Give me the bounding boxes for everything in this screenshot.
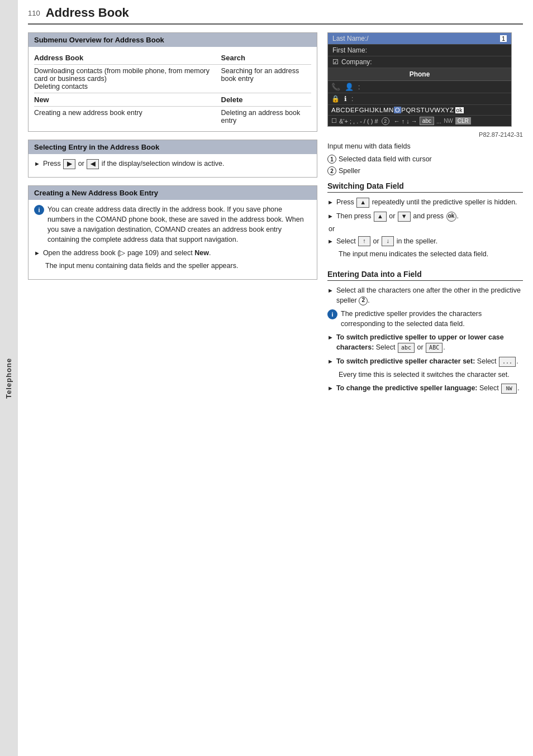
cell-searching: Searching for an address book entry <box>221 65 312 93</box>
legend: Input menu with data fields 1 Selected d… <box>327 141 523 176</box>
page-header: 110 Address Book <box>28 6 523 25</box>
arrow-symbols: ← ↑ ↓ → <box>394 118 417 125</box>
two-column-layout: Submenu Overview for Address Book Addres… <box>28 32 523 404</box>
last-name-label: Last Name:/ <box>332 35 498 42</box>
en-arrow-2: ► <box>327 333 334 342</box>
or-label: or <box>329 225 523 233</box>
en-text-4: To change the predictive speller languag… <box>336 383 523 394</box>
right-column: Last Name:/ 1 First Name: ☑ Company: Pho… <box>327 32 523 404</box>
forward-key[interactable]: ▶ <box>63 159 75 169</box>
ok-button-1[interactable]: ok <box>446 212 456 222</box>
dots-btn[interactable]: ... <box>436 118 441 125</box>
en-arrow-1: ► <box>327 286 334 295</box>
colon-sep: : <box>358 83 360 91</box>
creating-info1: i You can create address data directly i… <box>34 204 311 245</box>
en-arrow-4: ► <box>327 384 334 393</box>
submenu-table: Address Book Search Downloading contacts… <box>34 51 311 127</box>
selecting-entry-box: Selecting Entry in the Address Book ► Pr… <box>28 140 317 178</box>
contact-icon: 👤 <box>345 83 354 91</box>
en-arrow-3: ► <box>327 357 334 366</box>
col-new: New <box>34 93 221 107</box>
submenu-overview-box: Submenu Overview for Address Book Addres… <box>28 32 317 132</box>
entering-section: Entering Data into a Field ► Select all … <box>327 270 523 394</box>
main-content: 110 Address Book Submenu Overview for Ad… <box>18 0 533 420</box>
down-speller-key[interactable]: ↓ <box>382 236 394 246</box>
clr-btn[interactable]: CLR <box>455 117 471 125</box>
right-sections: Switching Data Field ► Press ▲ repeatedl… <box>327 181 523 394</box>
image-caption: P82.87-2142-31 <box>327 131 523 138</box>
en-text-2: To switch predictive speller to upper or… <box>336 332 523 353</box>
abc-bracket[interactable]: abc <box>398 343 415 353</box>
dots-bracket[interactable]: ... <box>499 357 516 367</box>
bottom-row: ☐ &'+ ; , . - / ( ) # 2 ← ↑ ↓ → abc ... … <box>328 116 511 126</box>
creating-indent1: The input menu containing data fields an… <box>45 261 311 271</box>
entering-bullet2: ► To switch predictive speller to upper … <box>327 332 523 353</box>
cell-creating: Creating a new address book entry <box>34 107 221 127</box>
legend-text-1: Selected data field with cursor <box>339 154 432 165</box>
sw-text-1: Press ▲ repeatedly until the predictive … <box>336 197 523 208</box>
creating-text1: Open the address book (▷ page 109) and s… <box>43 248 311 258</box>
creating-entry-body: i You can create address data directly i… <box>28 200 317 279</box>
sw-text-2: Then press ▲ or ▼ and press ok. <box>336 211 523 222</box>
legend-item-1: 1 Selected data field with cursor <box>327 154 523 165</box>
en-text-1: Select all the characters one after the … <box>336 285 523 305</box>
page-number: 110 <box>28 9 40 17</box>
up-speller-key[interactable]: ↑ <box>358 236 370 246</box>
checkbox-small: ☐ <box>331 117 337 125</box>
entering-info1: i The predictive speller provides the ch… <box>327 309 523 329</box>
lang-bracket[interactable]: NW <box>501 384 517 394</box>
entering-info-text: The predictive speller provides the char… <box>341 309 523 329</box>
legend-item-2: 2 Speller <box>327 166 523 176</box>
left-column: Submenu Overview for Address Book Addres… <box>28 32 317 404</box>
info-icon-2: i <box>327 309 337 319</box>
down-key-1[interactable]: ▼ <box>398 212 411 222</box>
sw-arrow-3: ► <box>327 237 334 246</box>
input-menu-image: Last Name:/ 1 First Name: ☑ Company: Pho… <box>327 32 512 127</box>
sw-arrow-2: ► <box>327 212 334 221</box>
switching-section: Switching Data Field ► Press ▲ repeatedl… <box>327 181 523 260</box>
sw-text-3: Select ↑ or ↓ in the speller. <box>336 236 523 247</box>
icon-row-1: 📞 👤 : <box>328 81 511 93</box>
col-address-book: Address Book <box>34 51 221 65</box>
en-text-3: To switch predictive speller character s… <box>336 356 523 367</box>
speller-row: ABCDEFGHIJKLMNOPQRSTUVWXYZok <box>328 105 511 116</box>
legend-text-2: Speller <box>339 166 360 176</box>
up-key-1[interactable]: ▲ <box>356 198 369 208</box>
icon-row-2: 🔒 ℹ : <box>328 93 511 105</box>
ok-btn-speller[interactable]: ok <box>455 107 464 113</box>
selecting-text1: Press ▶ or ◀ if the display/selection wi… <box>43 159 311 169</box>
cell-downloading: Downloading contacts (from mobile phone,… <box>34 65 221 93</box>
circled-2-a: 2 <box>359 296 368 305</box>
creating-entry-header: Creating a New Address Book Entry <box>28 186 317 200</box>
company-label: Company: <box>341 58 507 66</box>
sidebar: Telephone <box>0 0 18 756</box>
first-name-label: First Name: <box>332 46 507 54</box>
switching-title: Switching Data Field <box>327 181 523 193</box>
colon-sep2: : <box>351 95 353 103</box>
creating-entry-box: Creating a New Address Book Entry i You … <box>28 185 317 280</box>
symbols-text: &'+ ; , . - / ( ) # <box>339 118 378 125</box>
cell-deleting: Deleting an address book entry <box>221 107 312 127</box>
legend-circle-2: 2 <box>327 166 336 175</box>
back-key[interactable]: ◀ <box>87 159 99 169</box>
up-key-2[interactable]: ▲ <box>374 212 387 222</box>
bullet-arrow-1: ► <box>34 160 40 169</box>
phone-header: Phone <box>328 68 511 81</box>
sidebar-label: Telephone <box>5 357 13 398</box>
circle1-badge: 1 <box>500 35 507 42</box>
submenu-body: Address Book Search Downloading contacts… <box>28 47 317 131</box>
selecting-entry-header: Selecting Entry in the Address Book <box>28 140 317 154</box>
entering-title: Entering Data into a Field <box>327 270 523 281</box>
selecting-entry-body: ► Press ▶ or ◀ if the display/selection … <box>28 154 317 177</box>
selecting-bullet1: ► Press ▶ or ◀ if the display/selection … <box>34 159 311 169</box>
phone-icon: 📞 <box>331 83 340 91</box>
ABC-bracket[interactable]: ABC <box>426 343 442 353</box>
sw-arrow-1: ► <box>327 198 334 207</box>
abc-btn[interactable]: abc <box>420 117 434 125</box>
entering-bullet1: ► Select all the characters one after th… <box>327 285 523 305</box>
switching-bullet1: ► Press ▲ repeatedly until the predictiv… <box>327 197 523 208</box>
col-delete: Delete <box>221 93 312 107</box>
last-name-row: Last Name:/ 1 <box>328 33 511 45</box>
lang-btn[interactable]: NW <box>444 118 453 124</box>
bullet-arrow-2: ► <box>34 249 40 258</box>
